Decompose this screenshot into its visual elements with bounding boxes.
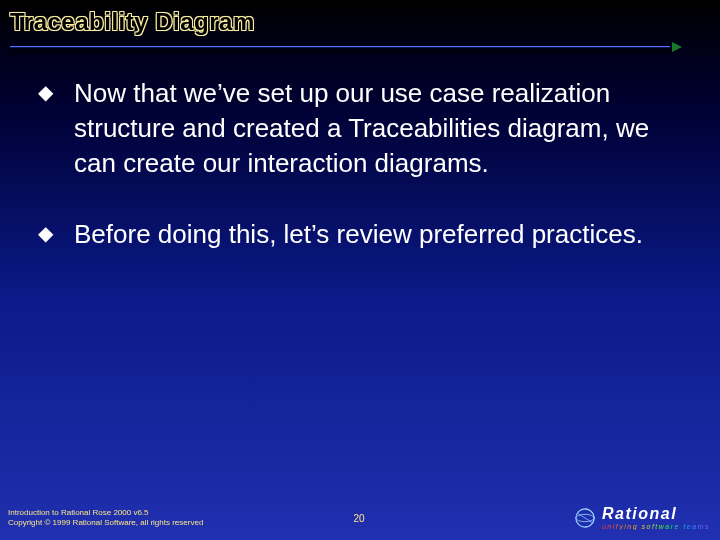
slide-title: Traceability Diagram (10, 8, 710, 36)
underline-bar (10, 46, 670, 48)
arrow-right-icon (672, 42, 682, 52)
title-bar: Traceability Diagram (0, 0, 720, 54)
brand-tagline: unifying software teams (602, 523, 710, 530)
bullet-text: Before doing this, let’s review preferre… (74, 217, 643, 252)
rational-logo-icon (574, 507, 596, 529)
title-underline (10, 42, 710, 52)
bullet-item: ◆ Before doing this, let’s review prefer… (36, 217, 680, 252)
brand-name: Rational (602, 506, 677, 522)
diamond-bullet-icon: ◆ (36, 77, 54, 107)
brand-text: Rational unifying software teams (602, 506, 710, 530)
brand-area: Rational unifying software teams (389, 506, 720, 530)
page-number: 20 (329, 513, 389, 524)
bullet-item: ◆ Now that we’ve set up our use case rea… (36, 76, 680, 181)
footer-copyright: Copyright © 1999 Rational Software, all … (8, 518, 329, 528)
footer-left: Introduction to Rational Rose 2000 v6.5 … (0, 508, 329, 527)
bullet-text: Now that we’ve set up our use case reali… (74, 76, 680, 181)
footer-course-name: Introduction to Rational Rose 2000 v6.5 (8, 508, 329, 518)
diamond-bullet-icon: ◆ (36, 218, 54, 248)
underline-shadow (10, 50, 670, 53)
slide-footer: Introduction to Rational Rose 2000 v6.5 … (0, 496, 720, 540)
slide-content: ◆ Now that we’ve set up our use case rea… (0, 54, 720, 252)
